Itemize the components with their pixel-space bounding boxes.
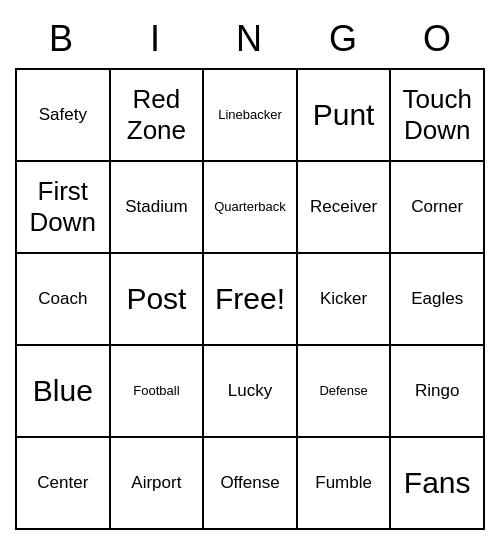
cell-label: Safety [39, 105, 87, 125]
bingo-card: BINGO SafetyRed ZoneLinebackerPuntTouch … [15, 14, 485, 530]
bingo-cell: Center [17, 438, 111, 530]
bingo-cell: Stadium [111, 162, 205, 254]
bingo-cell: Defense [298, 346, 392, 438]
cell-label: Linebacker [218, 107, 282, 123]
header-letter: N [203, 14, 297, 68]
cell-label: Lucky [228, 381, 272, 401]
header-letter: G [297, 14, 391, 68]
bingo-cell: Eagles [391, 254, 485, 346]
bingo-cell: Offense [204, 438, 298, 530]
bingo-cell: Fans [391, 438, 485, 530]
bingo-cell: Kicker [298, 254, 392, 346]
cell-label: Receiver [310, 197, 377, 217]
bingo-cell: Post [111, 254, 205, 346]
cell-label: First Down [21, 176, 105, 238]
cell-label: Offense [220, 473, 279, 493]
bingo-cell: Ringo [391, 346, 485, 438]
cell-label: Touch Down [395, 84, 479, 146]
bingo-cell: Receiver [298, 162, 392, 254]
cell-label: Stadium [125, 197, 187, 217]
cell-label: Red Zone [115, 84, 199, 146]
bingo-cell: Corner [391, 162, 485, 254]
bingo-cell: Red Zone [111, 70, 205, 162]
bingo-cell: Coach [17, 254, 111, 346]
bingo-cell: Linebacker [204, 70, 298, 162]
header-letter: B [15, 14, 109, 68]
bingo-cell: Punt [298, 70, 392, 162]
cell-label: Kicker [320, 289, 367, 309]
cell-label: Blue [33, 373, 93, 409]
cell-label: Coach [38, 289, 87, 309]
cell-label: Defense [319, 383, 367, 399]
cell-label: Football [133, 383, 179, 399]
cell-label: Fumble [315, 473, 372, 493]
cell-label: Eagles [411, 289, 463, 309]
cell-label: Free! [215, 281, 285, 317]
cell-label: Corner [411, 197, 463, 217]
bingo-cell: Lucky [204, 346, 298, 438]
bingo-cell: Airport [111, 438, 205, 530]
bingo-cell: Blue [17, 346, 111, 438]
bingo-cell: Touch Down [391, 70, 485, 162]
header-letter: O [391, 14, 485, 68]
cell-label: Punt [313, 97, 375, 133]
bingo-cell: Safety [17, 70, 111, 162]
bingo-grid: SafetyRed ZoneLinebackerPuntTouch DownFi… [15, 68, 485, 530]
cell-label: Center [37, 473, 88, 493]
cell-label: Ringo [415, 381, 459, 401]
bingo-cell: Quarterback [204, 162, 298, 254]
bingo-cell: Football [111, 346, 205, 438]
cell-label: Quarterback [214, 199, 286, 215]
header-letter: I [109, 14, 203, 68]
bingo-cell: Fumble [298, 438, 392, 530]
cell-label: Fans [404, 465, 471, 501]
cell-label: Post [126, 281, 186, 317]
bingo-cell: Free! [204, 254, 298, 346]
bingo-cell: First Down [17, 162, 111, 254]
cell-label: Airport [131, 473, 181, 493]
bingo-header: BINGO [15, 14, 485, 68]
